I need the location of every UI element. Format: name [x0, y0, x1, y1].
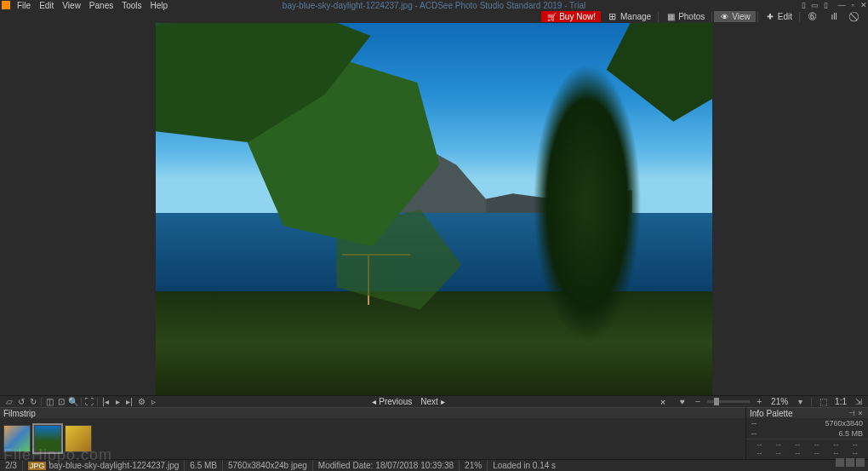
color-chip-icon[interactable] [836, 458, 844, 467]
grid-cell: -- [750, 449, 769, 457]
modified-value: 18/07/2018 10:39:38 [375, 461, 454, 470]
zoom-slider[interactable] [707, 400, 750, 403]
displayed-photo [156, 23, 712, 395]
external-edit-icon[interactable]: ▱ [3, 397, 15, 407]
menu-help[interactable]: Help [146, 1, 173, 10]
collapse-icon[interactable]: ⇲ [853, 397, 865, 407]
bars-icon [829, 13, 839, 21]
cart-icon [546, 13, 557, 21]
buy-now-button[interactable]: Buy Now! [541, 11, 601, 22]
thumbnail[interactable] [3, 425, 31, 452]
separator [81, 398, 82, 406]
image-viewport[interactable] [0, 23, 868, 395]
next-label: Next [420, 397, 438, 406]
grid-cell: -- [788, 449, 808, 457]
heart-icon[interactable]: ♥ [677, 397, 688, 407]
separator [811, 398, 812, 406]
maximize-icon[interactable]: ▫ [848, 1, 857, 9]
status-position: 2/3 [0, 460, 23, 471]
mode-manage-button[interactable]: Manage [602, 11, 656, 22]
separator [97, 398, 98, 406]
zoom-plus-icon[interactable]: + [753, 397, 765, 407]
rotate-ccw-icon[interactable]: ↺ [15, 397, 27, 407]
info-grid: -- -- -- -- -- -- -- -- -- -- -- -- [746, 439, 868, 458]
grid-cell: -- [808, 449, 827, 457]
chevron-down-icon[interactable]: ▾ [794, 397, 806, 407]
filmstrip-title: Filmstrip [3, 409, 742, 418]
status-filename: JPG bay-blue-sky-daylight-1224237.jpg [23, 460, 185, 471]
menu-tools[interactable]: Tools [117, 1, 146, 10]
format-badge: JPG [28, 462, 47, 470]
menu-file[interactable]: File [13, 1, 35, 10]
info-row-dimensions: -- 5760x3840 [746, 418, 868, 428]
info-palette-title: Info Palette [750, 409, 848, 418]
mode-edit-button[interactable]: Edit [760, 11, 797, 22]
one-to-one-button[interactable]: 1:1 [835, 397, 847, 406]
status-zoom: 21% [460, 460, 488, 471]
fullscreen-icon[interactable]: ⛶ [83, 397, 95, 407]
gear-icon[interactable]: ⚙ [135, 397, 147, 407]
info-value: 5760x3840 [825, 419, 863, 428]
status-bar: 2/3 JPG bay-blue-sky-daylight-1224237.jp… [0, 459, 868, 471]
mode-360-button[interactable] [802, 12, 822, 22]
toolbar-close-button[interactable]: × [658, 397, 668, 407]
next-button[interactable]: Next ▸ [420, 397, 445, 406]
slideshow-icon[interactable]: ▹ [147, 397, 159, 407]
grid-cell: -- [846, 449, 865, 457]
info-palette-footer [746, 458, 868, 467]
close-icon[interactable]: ✕ [859, 1, 868, 9]
thumbnail-selected[interactable] [34, 425, 61, 452]
grid-icon [608, 13, 618, 21]
window-title: bay-blue-sky-daylight-1224237.jpg - ACDS… [283, 1, 585, 10]
mode-view-button[interactable]: View [714, 11, 756, 22]
rotate-cw-icon[interactable]: ↻ [27, 397, 39, 407]
first-icon[interactable]: |◂ [100, 397, 111, 407]
separator [799, 12, 800, 22]
previous-label: Previous [379, 397, 412, 406]
mode-dashboard-button[interactable] [824, 12, 844, 22]
play-icon[interactable]: ▸ [111, 397, 123, 407]
grid-cell: -- [769, 449, 789, 457]
edit-icon[interactable] [846, 458, 854, 467]
pane-icon[interactable]: ▭ [810, 1, 819, 9]
zoom-tool-icon[interactable]: ⊡ [55, 397, 67, 407]
select-tool-icon[interactable]: ◫ [43, 397, 55, 407]
mode-hide-button[interactable] [846, 12, 866, 22]
menu-view[interactable]: View [58, 1, 85, 10]
edit-icon [765, 13, 775, 21]
tag-icon[interactable] [856, 458, 865, 467]
pane-icon[interactable]: ▯ [821, 1, 830, 9]
fit-icon[interactable]: ⬚ [817, 397, 829, 407]
close-icon[interactable]: × [856, 409, 865, 417]
lower-panels: FileHippo.com -- 5760x3840 -- 6.5 MB -- … [0, 418, 868, 459]
photos-icon [665, 13, 676, 21]
chevron-right-icon: ▸ [441, 397, 445, 406]
menu-edit[interactable]: Edit [35, 1, 58, 10]
manage-label: Manage [620, 12, 651, 21]
separator [41, 398, 42, 406]
pane-icon[interactable]: ▯ [799, 1, 808, 9]
separator [757, 12, 758, 22]
app-icon [2, 1, 10, 9]
filmstrip-header: Filmstrip [0, 407, 745, 418]
pin-icon[interactable]: ⊣ [848, 409, 856, 417]
last-icon[interactable]: ▸| [123, 397, 135, 407]
grid-cell: -- [846, 440, 865, 449]
buy-label: Buy Now! [559, 12, 596, 21]
grid-cell: -- [769, 440, 789, 449]
zoom-minus-icon[interactable]: − [692, 397, 704, 407]
status-filesize: 6.5 MB [185, 460, 223, 471]
filmstrip[interactable]: FileHippo.com [0, 418, 745, 459]
edit-label: Edit [778, 12, 792, 21]
info-value: 6.5 MB [838, 429, 863, 438]
info-label: -- [751, 429, 757, 438]
mode-photos-button[interactable]: Photos [660, 11, 710, 22]
thumbnail[interactable] [65, 425, 92, 452]
menu-panes[interactable]: Panes [85, 1, 117, 10]
previous-button[interactable]: ◂ Previous [372, 397, 412, 406]
minimize-icon[interactable]: — [837, 1, 846, 9]
magnify-icon[interactable]: 🔍 [67, 397, 79, 407]
grid-cell: -- [750, 440, 769, 449]
info-palette-header: Info Palette ⊣ × [745, 407, 868, 418]
window-controls: ▯ ▭ ▯ — ▫ ✕ [799, 1, 868, 9]
